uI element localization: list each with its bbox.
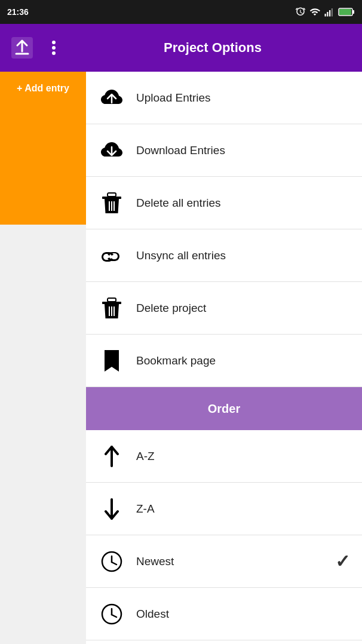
svg-point-9: [52, 46, 56, 50]
svg-rect-17: [108, 298, 116, 302]
menu-item-delete-all-entries-label: Delete all entries: [136, 197, 221, 210]
bookmark-icon: [98, 347, 125, 375]
menu-item-unsync-all-entries-label: Unsync all entries: [136, 249, 226, 262]
upload-cloud-icon: [98, 84, 125, 112]
clock-oldest-icon: [98, 600, 125, 628]
menu-item-upload-entries-label: Upload Entries: [136, 91, 211, 105]
menu-item-delete-project[interactable]: Delete project: [86, 282, 362, 335]
order-section-header: Order: [86, 387, 362, 430]
arrow-up-icon: [98, 443, 125, 470]
trash2-icon: [98, 295, 125, 322]
menu-item-delete-project-label: Delete project: [136, 302, 206, 315]
app-bar: Project Options: [0, 24, 362, 72]
menu-item-download-entries[interactable]: Download Entries: [86, 124, 362, 177]
upload-button[interactable]: [7, 33, 37, 63]
order-item-newest[interactable]: Newest ✓: [86, 535, 362, 588]
left-panel: + Add entry: [0, 72, 86, 644]
app-bar-title-container: Project Options: [70, 40, 355, 56]
svg-rect-0: [325, 14, 326, 17]
order-item-oldest-label: Oldest: [136, 608, 350, 621]
more-options-button[interactable]: [43, 33, 65, 63]
order-item-za[interactable]: Z-A: [86, 483, 362, 535]
menu-item-delete-all-entries[interactable]: Delete all entries: [86, 177, 362, 229]
trash-icon: [98, 189, 125, 217]
order-section-label: Order: [208, 402, 240, 416]
wifi-icon: [309, 7, 320, 17]
svg-rect-2: [329, 10, 330, 17]
order-item-newest-label: Newest: [136, 555, 335, 568]
status-icons: [295, 7, 355, 17]
add-entry-button[interactable]: + Add entry: [0, 72, 86, 105]
svg-rect-1: [327, 12, 328, 17]
svg-point-8: [52, 41, 56, 44]
menu-item-bookmark-page-label: Bookmark page: [136, 354, 216, 367]
svg-rect-5: [352, 10, 354, 14]
order-item-za-label: Z-A: [136, 502, 350, 516]
left-panel-content: [0, 105, 86, 225]
alarm-icon: [295, 7, 306, 17]
clock-newest-icon: [98, 548, 125, 575]
app-bar-title: Project Options: [164, 40, 262, 56]
order-item-az[interactable]: A-Z: [86, 430, 362, 483]
menu-panel: Upload Entries Download Entries Delete a…: [86, 72, 362, 644]
battery-icon: [338, 7, 355, 17]
status-bar: 21:36: [0, 0, 362, 24]
order-item-az-label: A-Z: [136, 450, 350, 463]
svg-rect-3: [332, 8, 333, 17]
menu-item-upload-entries[interactable]: Upload Entries: [86, 72, 362, 124]
svg-line-25: [112, 562, 116, 565]
order-item-oldest[interactable]: Oldest: [86, 588, 362, 640]
svg-point-10: [52, 51, 56, 55]
menu-item-bookmark-page[interactable]: Bookmark page: [86, 335, 362, 387]
download-cloud-icon: [98, 137, 125, 164]
menu-item-unsync-all-entries[interactable]: Unsync all entries: [86, 229, 362, 282]
svg-line-28: [112, 615, 116, 617]
svg-rect-12: [108, 193, 116, 197]
chain-link-icon: [98, 242, 125, 269]
menu-item-download-entries-label: Download Entries: [136, 144, 225, 157]
svg-rect-6: [339, 9, 351, 15]
arrow-down-icon: [98, 495, 125, 523]
status-time: 21:36: [7, 7, 29, 17]
signal-icon: [324, 7, 335, 17]
newest-checkmark: ✓: [335, 551, 350, 572]
